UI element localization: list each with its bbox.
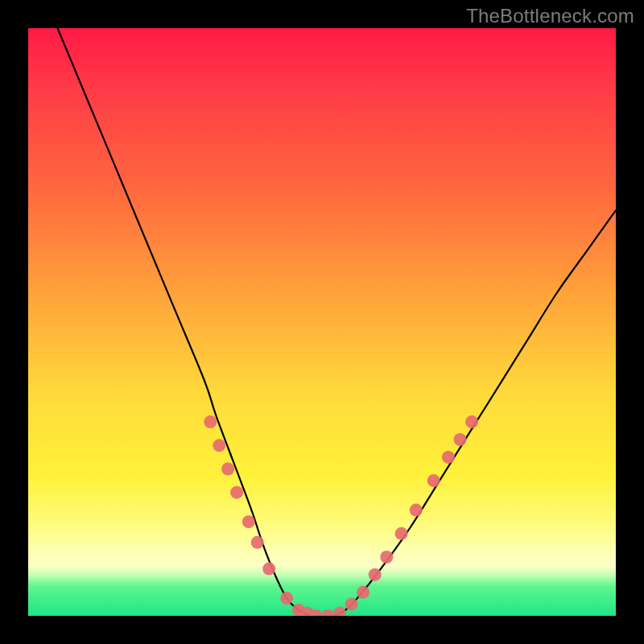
data-marker [427,474,440,487]
data-marker [280,592,293,605]
data-marker [465,415,478,428]
data-marker [345,597,358,610]
data-marker [369,568,382,581]
data-marker [262,563,275,576]
chart-svg [28,28,616,616]
data-marker [242,515,255,528]
data-marker [442,451,455,464]
data-marker [204,415,217,428]
data-marker [410,504,423,517]
watermark-text: TheBottleneck.com [466,5,634,27]
data-marker [230,486,243,499]
data-marker [454,433,467,446]
data-marker [357,586,369,599]
data-marker [380,551,393,564]
bottleneck-curve [58,28,617,616]
chart-frame: TheBottleneck.com [0,0,644,644]
data-marker [251,536,264,549]
data-marker [221,463,234,476]
data-marker [333,606,346,616]
curve-markers [204,415,478,616]
data-marker [321,609,334,616]
plot-area [28,28,616,616]
data-marker [213,439,225,452]
data-marker [395,527,408,540]
